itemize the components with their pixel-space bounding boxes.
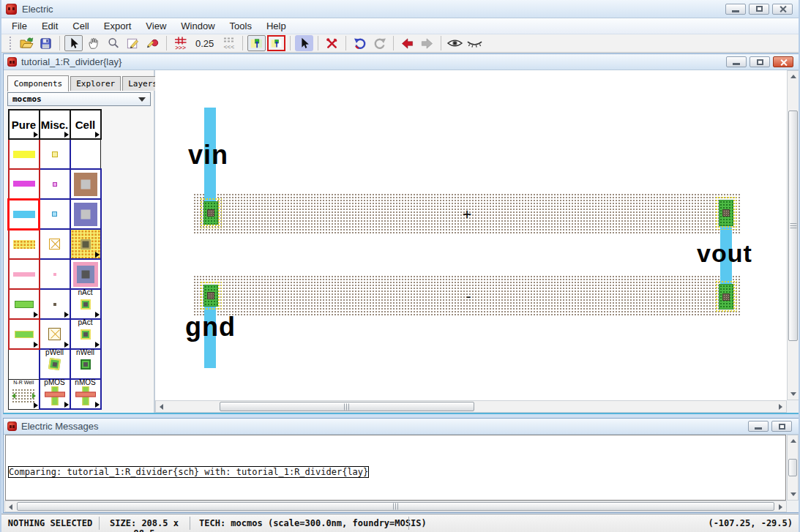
palette-poly-contact[interactable] bbox=[70, 229, 101, 259]
tab-components[interactable]: Components bbox=[7, 75, 69, 91]
export-label-vout[interactable]: vout bbox=[697, 241, 752, 266]
grid-spacing-value[interactable]: 0.25 bbox=[191, 38, 218, 49]
contact-top-left[interactable] bbox=[203, 201, 218, 225]
palette-pmos-node[interactable]: pMOS bbox=[40, 379, 70, 409]
unexpand-button[interactable] bbox=[466, 35, 484, 51]
edit-close-button[interactable] bbox=[773, 56, 793, 67]
scroll-down-button[interactable] bbox=[788, 389, 799, 400]
menu-view[interactable]: View bbox=[138, 19, 173, 34]
go-back-button[interactable] bbox=[398, 35, 416, 51]
menu-window[interactable]: Window bbox=[173, 19, 222, 34]
edit-minimize-button[interactable] bbox=[726, 56, 747, 67]
contact-bottom-right[interactable] bbox=[719, 284, 733, 310]
menu-file[interactable]: File bbox=[4, 19, 34, 34]
messages-vscrollbar[interactable] bbox=[787, 435, 799, 501]
palette-nactive-arc[interactable] bbox=[9, 289, 40, 319]
palette-nactive-contact[interactable]: nAct bbox=[70, 289, 101, 319]
palette-metal3-pin[interactable] bbox=[40, 259, 70, 289]
maximize-button[interactable] bbox=[749, 4, 769, 15]
pan-mode-button[interactable] bbox=[84, 35, 102, 51]
save-button[interactable] bbox=[37, 35, 55, 51]
palette-nrwell-node[interactable]: N-R Well bbox=[9, 379, 40, 409]
palette-poly2-pin[interactable] bbox=[40, 229, 70, 259]
objects-select-button[interactable] bbox=[295, 35, 313, 51]
edit-window-titlebar[interactable]: tutorial_1:R_divider{lay} bbox=[4, 54, 799, 70]
palette-metal3-arc[interactable] bbox=[9, 259, 40, 289]
minimize-button[interactable] bbox=[725, 4, 746, 15]
toolbar-grip[interactable] bbox=[9, 36, 12, 50]
canvas-hscrollbar[interactable] bbox=[155, 400, 787, 413]
tab-explorer[interactable]: Explorer bbox=[70, 76, 121, 91]
scroll-right-button[interactable] bbox=[775, 401, 786, 412]
node-anchor-minus: - bbox=[464, 289, 473, 304]
export-label-gnd[interactable]: gnd bbox=[185, 314, 236, 340]
palette-header-misc[interactable]: Misc. bbox=[40, 110, 70, 139]
palette-nactive-pin[interactable] bbox=[40, 289, 70, 319]
layout-canvas[interactable]: vin vout gnd + - bbox=[155, 70, 799, 413]
technology-dropdown[interactable]: mocmos bbox=[7, 92, 151, 106]
redo-button[interactable] bbox=[370, 35, 389, 51]
palette-metal1-pin[interactable] bbox=[40, 199, 70, 229]
edit-restore-button[interactable] bbox=[749, 56, 770, 67]
contact-top-right[interactable] bbox=[719, 200, 733, 226]
pin-exports-button[interactable] bbox=[267, 35, 285, 51]
scroll-left-button[interactable] bbox=[156, 401, 167, 412]
menu-help[interactable]: Help bbox=[259, 19, 294, 34]
vscroll-thumb[interactable] bbox=[788, 110, 798, 341]
go-forward-button[interactable] bbox=[418, 35, 436, 51]
menu-edit[interactable]: Edit bbox=[34, 19, 65, 34]
vscroll-thumb[interactable] bbox=[788, 459, 797, 476]
palette-pactive-pin[interactable] bbox=[40, 319, 70, 349]
select-mode-button[interactable] bbox=[64, 35, 83, 51]
hscroll-thumb[interactable] bbox=[17, 502, 774, 511]
contact-bottom-left[interactable] bbox=[203, 285, 218, 307]
palette-empty-cell[interactable] bbox=[9, 349, 40, 379]
palette-empty-cell[interactable] bbox=[70, 139, 101, 169]
palette-metal12-contact[interactable] bbox=[70, 169, 101, 199]
palette-nwell-node[interactable]: nWell bbox=[70, 349, 101, 379]
palette-header-cell[interactable]: Cell bbox=[70, 110, 101, 139]
messages-minimize-button[interactable] bbox=[748, 421, 769, 432]
messages-hscrollbar[interactable] bbox=[4, 501, 787, 512]
palette-row-wells: pWell nWell bbox=[9, 349, 101, 379]
palette-pwell-node[interactable]: pWell bbox=[40, 349, 70, 379]
scroll-down-button[interactable] bbox=[788, 489, 799, 500]
zoom-mode-button[interactable] bbox=[104, 35, 122, 51]
messages-titlebar[interactable]: Electric Messages bbox=[4, 419, 799, 435]
grid-toggle-button[interactable]: >>> bbox=[171, 35, 190, 51]
scroll-up-button[interactable] bbox=[788, 435, 799, 446]
scroll-right-button[interactable] bbox=[775, 501, 786, 512]
close-button[interactable] bbox=[772, 4, 793, 15]
palette-poly-arc[interactable] bbox=[9, 169, 40, 199]
expand-button[interactable] bbox=[446, 35, 464, 51]
menu-export[interactable]: Export bbox=[97, 19, 139, 34]
preferences-button[interactable] bbox=[323, 35, 341, 51]
scroll-left-button[interactable] bbox=[5, 501, 16, 512]
palette-metal23-contact[interactable] bbox=[70, 259, 101, 289]
menu-tools[interactable]: Tools bbox=[223, 19, 259, 34]
canvas-vscrollbar[interactable] bbox=[787, 70, 799, 400]
open-button[interactable] bbox=[17, 35, 35, 51]
palette-metal2-pin[interactable] bbox=[40, 139, 70, 169]
special-select-button[interactable] bbox=[143, 35, 162, 51]
hscroll-thumb[interactable] bbox=[220, 402, 474, 411]
export-label-vin[interactable]: vin bbox=[188, 142, 228, 168]
alignment-button[interactable]: <<< bbox=[220, 35, 238, 51]
palette-metal1-arc-selected[interactable] bbox=[9, 199, 40, 229]
messages-restore-button[interactable] bbox=[771, 421, 792, 432]
messages-text-area[interactable]: Comparing: tutorial_1:R_divider{sch} wit… bbox=[5, 435, 786, 501]
pin-all-button[interactable] bbox=[247, 35, 266, 51]
palette-metal2-arc[interactable] bbox=[9, 139, 40, 169]
palette-header-pure[interactable]: Pure bbox=[9, 110, 40, 139]
palette-nmos-node[interactable]: nMOS bbox=[70, 379, 101, 409]
edit-cell-button[interactable] bbox=[124, 35, 142, 51]
palette-pactive-contact[interactable]: pAct bbox=[70, 319, 101, 349]
scroll-up-button[interactable] bbox=[788, 71, 799, 82]
palette-poly2-arc[interactable] bbox=[9, 229, 40, 259]
palette-poly-pin[interactable] bbox=[40, 169, 70, 199]
menu-cell[interactable]: Cell bbox=[65, 19, 96, 34]
palette-pactive-arc[interactable] bbox=[9, 319, 40, 349]
pin-all-icon bbox=[250, 37, 263, 50]
palette-via-node[interactable] bbox=[70, 199, 101, 229]
undo-button[interactable] bbox=[351, 35, 369, 51]
